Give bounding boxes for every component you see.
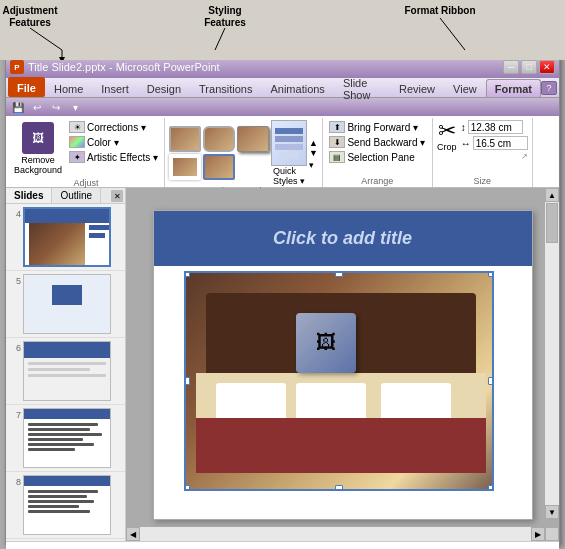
- scroll-down-button[interactable]: ▼: [545, 505, 559, 519]
- tab-format[interactable]: Format: [486, 79, 541, 97]
- slide-title-area[interactable]: Click to add title: [154, 211, 532, 266]
- color-label: Color ▾: [87, 137, 119, 148]
- slide-thumb-7: [23, 408, 111, 468]
- svg-text:Adjustment: Adjustment: [3, 5, 59, 16]
- picture-style-1[interactable]: [169, 126, 201, 152]
- handle-bottom-left[interactable]: [184, 485, 190, 491]
- picture-styles-scroll[interactable]: ▲ ▼ ▾: [309, 138, 318, 170]
- thumb4-text2: [89, 233, 105, 238]
- scroll-up-button[interactable]: ▲: [545, 188, 559, 202]
- size-inputs: ↕ ↔ ↗: [461, 120, 528, 161]
- title-bar-controls[interactable]: ─ □ ✕: [503, 60, 555, 74]
- remove-background-button[interactable]: 🖼 RemoveBackground: [12, 120, 64, 178]
- handle-middle-left[interactable]: [184, 377, 190, 385]
- thumb5-box: [52, 285, 82, 305]
- outline-tab[interactable]: Outline: [52, 188, 101, 203]
- arrange-group-content: ⬆ Bring Forward ▾ ⬇ Send Backward ▾ ▤ Se…: [327, 120, 427, 176]
- slide-item-5[interactable]: 5: [6, 271, 125, 338]
- selection-pane-icon: ▤: [329, 151, 345, 163]
- artistic-effects-icon: ✦: [69, 151, 85, 163]
- tab-file[interactable]: File: [8, 77, 45, 97]
- notes-area[interactable]: Click to add notes: [6, 541, 559, 549]
- ribbon-group-picture-styles: QuickStyles ▾ ▲ ▼ ▾ Picture Styles: [165, 118, 323, 187]
- slides-tab[interactable]: Slides: [6, 188, 52, 203]
- tab-animations[interactable]: Animations: [261, 79, 333, 97]
- slide-image-container[interactable]: 🖼: [184, 271, 494, 491]
- color-button[interactable]: Color ▾: [67, 135, 160, 149]
- width-input[interactable]: [473, 136, 528, 150]
- redo-button[interactable]: ↪: [48, 100, 64, 114]
- slide-thumb-4: [23, 207, 111, 267]
- tab-design[interactable]: Design: [138, 79, 190, 97]
- tab-home[interactable]: Home: [45, 79, 92, 97]
- picture-style-4[interactable]: [169, 154, 201, 180]
- slide-item-6[interactable]: 6: [6, 338, 125, 405]
- panel-close-button[interactable]: ✕: [111, 190, 123, 202]
- picture-style-3[interactable]: [237, 126, 269, 152]
- window-title: Title Slide2.pptx - Microsoft PowerPoint: [28, 61, 220, 73]
- remove-bg-label: RemoveBackground: [14, 156, 62, 176]
- slide-panel-tabs: Slides Outline ✕: [6, 188, 125, 204]
- scroll-track-h[interactable]: [140, 527, 531, 541]
- adjust-group-content: 🖼 RemoveBackground ☀ Corrections ▾ Color…: [12, 120, 160, 178]
- tab-slideshow[interactable]: Slide Show: [334, 79, 390, 97]
- minimize-button[interactable]: ─: [503, 60, 519, 74]
- scroll-track-v[interactable]: [545, 202, 559, 505]
- ribbon-group-arrange: ⬆ Bring Forward ▾ ⬇ Send Backward ▾ ▤ Se…: [323, 118, 433, 187]
- crop-button[interactable]: ✂ Crop: [437, 120, 457, 152]
- handle-bottom-right[interactable]: [488, 485, 494, 491]
- picture-style-5[interactable]: [203, 154, 235, 180]
- selection-pane-button[interactable]: ▤ Selection Pane: [327, 150, 427, 164]
- handle-top-middle[interactable]: [335, 271, 343, 277]
- size-group-label: Size: [474, 176, 492, 187]
- help-button[interactable]: ?: [541, 81, 557, 95]
- artistic-effects-button[interactable]: ✦ Artistic Effects ▾: [67, 150, 160, 164]
- slide-item-4[interactable]: 4: [6, 204, 125, 271]
- scroll-right-button[interactable]: ▶: [531, 527, 545, 541]
- quick-styles-preview: [271, 120, 307, 166]
- quick-styles-button[interactable]: QuickStyles ▾: [271, 120, 307, 186]
- floating-picture-icon: 🖼: [296, 313, 356, 373]
- size-expand-icon[interactable]: ↗: [521, 152, 528, 161]
- svg-line-8: [440, 18, 465, 50]
- undo-button[interactable]: ↩: [29, 100, 45, 114]
- bring-forward-button[interactable]: ⬆ Bring Forward ▾: [327, 120, 427, 134]
- height-icon: ↕: [461, 122, 466, 133]
- slide-item-7[interactable]: 7: [6, 405, 125, 472]
- slide-number-7: 7: [9, 410, 21, 420]
- tab-insert[interactable]: Insert: [92, 79, 138, 97]
- selection-pane-label: Selection Pane: [347, 152, 414, 163]
- svg-text:Features: Features: [9, 17, 51, 28]
- corrections-icon: ☀: [69, 121, 85, 133]
- bed-blanket: [196, 418, 486, 473]
- tab-review[interactable]: Review: [390, 79, 444, 97]
- handle-top-right[interactable]: [488, 271, 494, 277]
- slide-image: 🖼: [186, 273, 492, 489]
- tab-transitions[interactable]: Transitions: [190, 79, 261, 97]
- picture-style-2[interactable]: [203, 126, 235, 152]
- height-row: ↕: [461, 120, 528, 134]
- corrections-button[interactable]: ☀ Corrections ▾: [67, 120, 160, 134]
- scroll-thumb-v[interactable]: [546, 203, 558, 243]
- maximize-button[interactable]: □: [521, 60, 537, 74]
- quick-access-dropdown[interactable]: ▾: [67, 100, 83, 114]
- svg-line-6: [215, 28, 225, 50]
- handle-middle-right[interactable]: [488, 377, 494, 385]
- scroll-left-button[interactable]: ◀: [126, 527, 140, 541]
- save-quick-button[interactable]: 💾: [10, 100, 26, 114]
- vertical-scrollbar[interactable]: ▲ ▼: [545, 188, 559, 519]
- ribbon-group-adjust: 🖼 RemoveBackground ☀ Corrections ▾ Color…: [8, 118, 165, 187]
- send-backward-button[interactable]: ⬇ Send Backward ▾: [327, 135, 427, 149]
- bring-forward-label: Bring Forward ▾: [347, 122, 418, 133]
- height-input[interactable]: [468, 120, 523, 134]
- thumb8-text: [28, 490, 106, 515]
- svg-text:Format Ribbon: Format Ribbon: [404, 5, 475, 16]
- width-row: ↔: [461, 136, 528, 150]
- close-button[interactable]: ✕: [539, 60, 555, 74]
- handle-bottom-middle[interactable]: [335, 485, 343, 491]
- tab-view[interactable]: View: [444, 79, 486, 97]
- handle-top-left[interactable]: [184, 271, 190, 277]
- horizontal-scrollbar[interactable]: ◀ ▶: [126, 527, 545, 541]
- slide-item-8[interactable]: 8: [6, 472, 125, 539]
- arrange-small-buttons: ⬆ Bring Forward ▾ ⬇ Send Backward ▾ ▤ Se…: [327, 120, 427, 164]
